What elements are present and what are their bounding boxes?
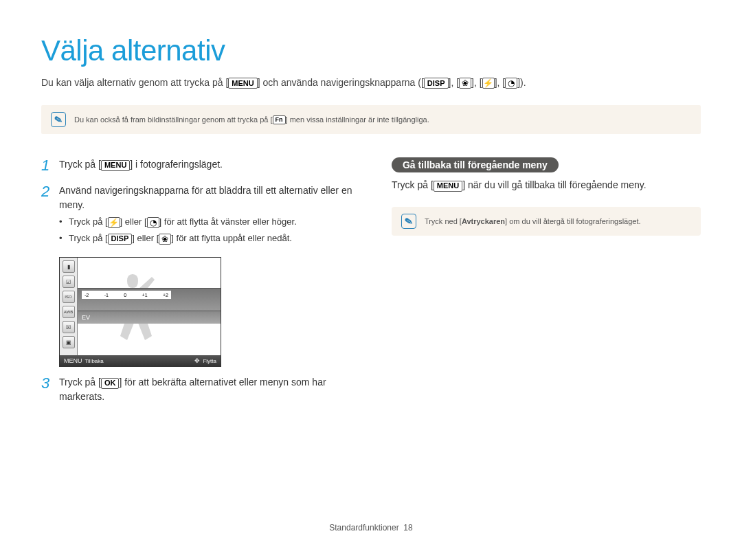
page-footer: Standardfunktioner 18 bbox=[0, 523, 742, 533]
macro-icon-s2: ❀ bbox=[159, 234, 171, 245]
step-3-pre: Tryck på [ bbox=[59, 377, 101, 388]
s2-b1-pre: Tryck på [ bbox=[69, 216, 108, 227]
note-icon: ✎ bbox=[51, 112, 66, 127]
right-column: Gå tillbaka till föregående meny Tryck p… bbox=[392, 157, 701, 414]
disp-button-badge-s2: DISP bbox=[108, 234, 133, 245]
s2-b1-mid: ] eller [ bbox=[120, 216, 147, 227]
timer-icon: ◔ bbox=[505, 78, 517, 89]
macro-icon: ❀ bbox=[459, 78, 471, 89]
s2-b1-post: ] för att flytta åt vänster eller höger. bbox=[159, 216, 297, 227]
step-1-num: 1 bbox=[41, 157, 52, 174]
note-right-bold: Avtryckaren bbox=[462, 217, 505, 225]
s2-b2-mid: ] eller [ bbox=[132, 233, 159, 243]
preview-side-item: ▣ bbox=[63, 336, 75, 348]
left-column: 1 Tryck på [MENU] i fotograferingsläget.… bbox=[41, 157, 357, 414]
preview-sidebar: ▮ ☑ ISO AWB ☒ ▣ bbox=[60, 258, 78, 355]
note-top-text: Du kan också få fram bildinställningar g… bbox=[74, 115, 429, 125]
ev-tick: +1 bbox=[142, 293, 148, 298]
ev-tick: -2 bbox=[85, 293, 89, 298]
step-2: 2 Använd navigeringsknapparna för att bl… bbox=[41, 183, 357, 247]
page-title: Välja alternativ bbox=[41, 34, 701, 67]
intro-suffix: ]). bbox=[517, 77, 526, 88]
pencil-icon: ✎ bbox=[404, 215, 414, 227]
step-3-body: Tryck på [OK] för att bekräfta alternati… bbox=[59, 375, 357, 404]
note-right-text: Tryck ned [Avtryckaren] om du vill återg… bbox=[425, 217, 641, 225]
menu-button-badge: MENU bbox=[228, 78, 257, 89]
ev-tick: +2 bbox=[163, 293, 168, 298]
note-right: ✎ Tryck ned [Avtryckaren] om du vill åte… bbox=[392, 207, 701, 236]
fn-button-badge: Fn bbox=[273, 115, 286, 124]
pencil-icon: ✎ bbox=[54, 113, 64, 126]
timer-icon-s2: ◔ bbox=[147, 217, 159, 228]
step-2-bullet-2: Tryck på [DISP] eller [❀] för att flytta… bbox=[59, 232, 357, 245]
right-text-post: ] när du vill gå tillbaka till föregåend… bbox=[462, 179, 646, 190]
step-1: 1 Tryck på [MENU] i fotograferingsläget. bbox=[41, 157, 357, 174]
s2-b2-post: ] för att flytta uppåt eller nedåt. bbox=[171, 233, 292, 243]
preview-side-item: ☒ bbox=[63, 321, 75, 333]
step-1-body: Tryck på [MENU] i fotograferingsläget. bbox=[59, 157, 223, 174]
preview-footer: MENU Tillbaka ✥ Flytta bbox=[60, 355, 221, 366]
note-top-pre: Du kan också få fram bildinställningar g… bbox=[74, 115, 273, 124]
ev-tick: -1 bbox=[104, 293, 109, 298]
preview-footer-move: Flytta bbox=[203, 358, 216, 364]
preview-ev-label: EV bbox=[78, 311, 221, 324]
step-2-num: 2 bbox=[41, 183, 52, 247]
menu-button-badge-s1: MENU bbox=[101, 160, 130, 171]
ev-tick: 0 bbox=[124, 293, 126, 298]
note-right-pre: Tryck ned [ bbox=[425, 217, 462, 225]
menu-button-badge-right: MENU bbox=[434, 181, 462, 192]
intro-text: Du kan välja alternativ genom att trycka… bbox=[41, 77, 701, 89]
note-top: ✎ Du kan också få fram bildinställningar… bbox=[41, 105, 701, 134]
step-2-main: Använd navigeringsknapparna för att bläd… bbox=[59, 185, 352, 210]
flash-icon-s2: ⚡ bbox=[108, 217, 120, 228]
ok-button-badge: OK bbox=[101, 378, 120, 389]
footer-section: Standardfunktioner bbox=[329, 523, 398, 533]
preview-footer-menu-badge: MENU bbox=[64, 357, 82, 364]
preview-main: -2 -1 0 +1 +2 EV bbox=[78, 258, 221, 355]
step-2-body: Använd navigeringsknapparna för att bläd… bbox=[59, 183, 357, 247]
intro-sep2: ], [ bbox=[471, 77, 482, 88]
preview-side-item: ▮ bbox=[63, 260, 75, 273]
preview-footer-back: Tillbaka bbox=[85, 358, 104, 364]
preview-side-item-iso: ISO bbox=[63, 291, 75, 303]
intro-prefix: Du kan välja alternativ genom att trycka… bbox=[41, 77, 228, 88]
right-text-pre: Tryck på [ bbox=[392, 179, 434, 190]
section-pill: Gå tillbaka till föregående meny bbox=[392, 157, 559, 172]
intro-sep: ], [ bbox=[449, 77, 460, 88]
preview-side-item-awb: AWB bbox=[63, 306, 75, 318]
right-text: Tryck på [MENU] när du vill gå tillbaka … bbox=[392, 179, 701, 191]
note-right-post: ] om du vill återgå till fotograferingsl… bbox=[505, 217, 641, 225]
step-1-pre: Tryck på [ bbox=[59, 159, 101, 170]
note-icon-right: ✎ bbox=[401, 214, 416, 229]
move-icon: ✥ bbox=[194, 357, 200, 364]
preview-ev-scale: -2 -1 0 +1 +2 bbox=[82, 291, 171, 299]
intro-sep3: ], [ bbox=[495, 77, 506, 88]
preview-side-item: ☑ bbox=[63, 276, 75, 288]
footer-page: 18 bbox=[403, 523, 412, 533]
intro-mid: ] och använda navigeringsknapparna ([ bbox=[258, 77, 424, 88]
note-top-post: ] men vissa inställningar är inte tillgä… bbox=[286, 115, 429, 124]
flash-icon: ⚡ bbox=[482, 78, 495, 89]
s2-b2-pre: Tryck på [ bbox=[69, 233, 108, 243]
step-3-num: 3 bbox=[41, 375, 52, 404]
disp-button-badge: DISP bbox=[424, 78, 449, 89]
step-2-bullet-1: Tryck på [⚡] eller [◔] för att flytta åt… bbox=[59, 215, 357, 229]
camera-preview: ▮ ☑ ISO AWB ☒ ▣ -2 -1 0 bbox=[59, 257, 221, 367]
preview-ev-bar: -2 -1 0 +1 +2 bbox=[78, 288, 221, 311]
step-3: 3 Tryck på [OK] för att bekräfta alterna… bbox=[41, 375, 357, 404]
step-1-post: ] i fotograferingsläget. bbox=[130, 159, 223, 170]
